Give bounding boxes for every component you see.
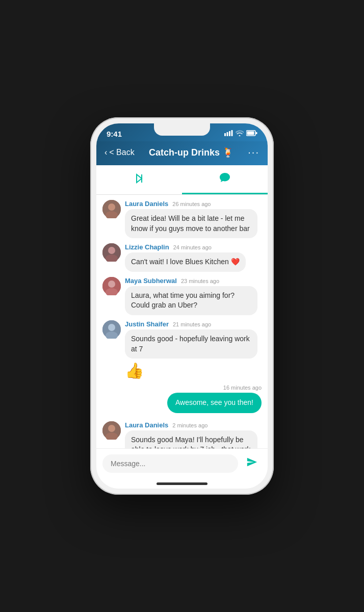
svg-point-14 — [108, 280, 115, 288]
outgoing-wrapper: Awesome, see you then! — [102, 393, 262, 413]
sender-name: Justin Shaifer — [125, 320, 169, 328]
status-time: 9:41 — [107, 130, 122, 138]
sender-name: Lizzie Chaplin — [125, 243, 169, 251]
phone-frame: 9:41 — [90, 117, 274, 495]
message-time: 26 minutes ago — [172, 201, 211, 207]
message-content: Lizzie Chaplin 24 minutes ago Can't wait… — [125, 243, 262, 272]
avatar — [102, 421, 121, 440]
home-bar — [157, 482, 207, 485]
phone-wrapper: 9:41 — [90, 117, 274, 495]
outgoing-meta: 16 minutes ago — [102, 385, 262, 391]
signal-icon — [224, 130, 233, 138]
message-meta: Justin Shaifer 21 minutes ago — [125, 320, 262, 328]
message-group: Laura Daniels 2 minutes ago Sounds good … — [102, 421, 262, 448]
message-time: 23 minutes ago — [181, 278, 219, 284]
svg-rect-6 — [256, 132, 257, 134]
message-time: 21 minutes ago — [173, 321, 211, 327]
back-button[interactable]: ‹ < Back — [105, 148, 135, 157]
message-content: Laura Daniels 26 minutes ago Great idea!… — [125, 200, 262, 238]
svg-point-20 — [108, 425, 115, 432]
message-bubble: Sounds good Maya! I'll hopefully be able… — [125, 430, 257, 448]
tab-info-icon — [133, 172, 145, 188]
header-title: Catch-up Drinks 🍹 — [149, 147, 233, 158]
message-input[interactable] — [102, 454, 238, 473]
message-group: Laura Daniels 26 minutes ago Great idea!… — [102, 200, 262, 238]
svg-rect-3 — [231, 130, 233, 136]
message-group: Maya Subherwal 23 minutes ago Laura, wha… — [102, 277, 262, 315]
message-group: Lizzie Chaplin 24 minutes ago Can't wait… — [102, 243, 262, 272]
emoji-reaction: 👍 — [125, 362, 262, 379]
avatar — [102, 243, 121, 262]
tab-info[interactable] — [96, 165, 182, 194]
status-icons — [224, 130, 257, 138]
home-indicator — [96, 478, 268, 489]
sender-name: Maya Subherwal — [125, 277, 177, 285]
avatar — [102, 320, 121, 339]
message-time: 2 minutes ago — [172, 422, 207, 428]
message-meta: Laura Daniels 2 minutes ago — [125, 421, 262, 429]
tabs — [96, 165, 268, 195]
notch — [154, 123, 210, 136]
phone-screen: 9:41 — [96, 123, 268, 489]
svg-rect-0 — [224, 133, 226, 136]
wifi-icon — [236, 130, 244, 138]
back-chevron-icon: ‹ — [105, 148, 107, 157]
message-content: Maya Subherwal 23 minutes ago Laura, wha… — [125, 277, 262, 315]
message-meta: Lizzie Chaplin 24 minutes ago — [125, 243, 262, 251]
message-row: Laura Daniels 26 minutes ago Great idea!… — [102, 200, 262, 238]
tab-chat-icon — [219, 171, 231, 187]
message-bubble: Great idea! Will be a bit late - let me … — [125, 209, 257, 238]
message-content: Laura Daniels 2 minutes ago Sounds good … — [125, 421, 262, 448]
message-meta: Laura Daniels 26 minutes ago — [125, 200, 262, 208]
message-bubble: Laura, what time you aiming for? Could g… — [125, 286, 257, 315]
svg-point-17 — [108, 324, 115, 331]
message-row: Justin Shaifer 21 minutes ago Sounds goo… — [102, 320, 262, 359]
message-time: 16 minutes ago — [223, 385, 262, 391]
battery-icon — [246, 130, 257, 138]
send-button[interactable] — [242, 454, 262, 473]
message-content: Justin Shaifer 21 minutes ago Sounds goo… — [125, 320, 262, 359]
avatar — [102, 200, 121, 218]
message-time: 24 minutes ago — [173, 244, 212, 250]
message-bubble: Can't wait! I love Blues Kitchen ❤️ — [125, 252, 246, 272]
avatar — [102, 277, 121, 295]
svg-rect-1 — [227, 132, 228, 136]
messages-list: Laura Daniels 26 minutes ago Great idea!… — [96, 195, 268, 448]
message-row: Laura Daniels 2 minutes ago Sounds good … — [102, 421, 262, 448]
svg-point-8 — [108, 203, 115, 211]
svg-rect-5 — [247, 132, 254, 135]
send-icon — [246, 456, 257, 471]
svg-rect-2 — [229, 131, 230, 136]
message-bubble: Sounds good - hopefully leaving work at … — [125, 329, 257, 359]
sender-name: Laura Daniels — [125, 421, 168, 429]
message-meta: Maya Subherwal 23 minutes ago — [125, 277, 262, 285]
more-button[interactable]: ··· — [248, 146, 259, 158]
back-label: < Back — [109, 148, 134, 157]
message-row: Lizzie Chaplin 24 minutes ago Can't wait… — [102, 243, 262, 272]
sender-name: Laura Daniels — [125, 200, 168, 208]
message-row: Maya Subherwal 23 minutes ago Laura, wha… — [102, 277, 262, 315]
message-group: 16 minutes ago Awesome, see you then! — [102, 385, 262, 416]
message-bubble-outgoing: Awesome, see you then! — [167, 393, 262, 413]
message-group: Justin Shaifer 21 minutes ago Sounds goo… — [102, 320, 262, 379]
svg-point-11 — [108, 247, 115, 254]
tab-chat[interactable] — [182, 165, 268, 194]
header: ‹ < Back Catch-up Drinks 🍹 ··· — [96, 141, 268, 165]
input-bar — [96, 448, 268, 478]
